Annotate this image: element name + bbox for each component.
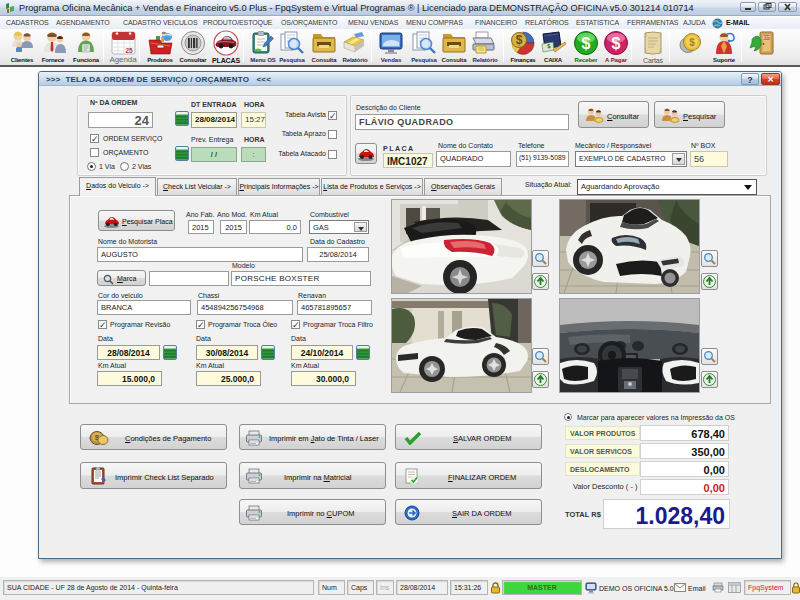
svg-text:25: 25 <box>125 47 133 54</box>
svg-text:EXIT: EXIT <box>763 36 770 40</box>
svg-text:$: $ <box>689 37 695 48</box>
svg-text:$: $ <box>612 35 621 52</box>
svg-text:$: $ <box>582 35 591 52</box>
svg-text:$: $ <box>516 33 523 47</box>
